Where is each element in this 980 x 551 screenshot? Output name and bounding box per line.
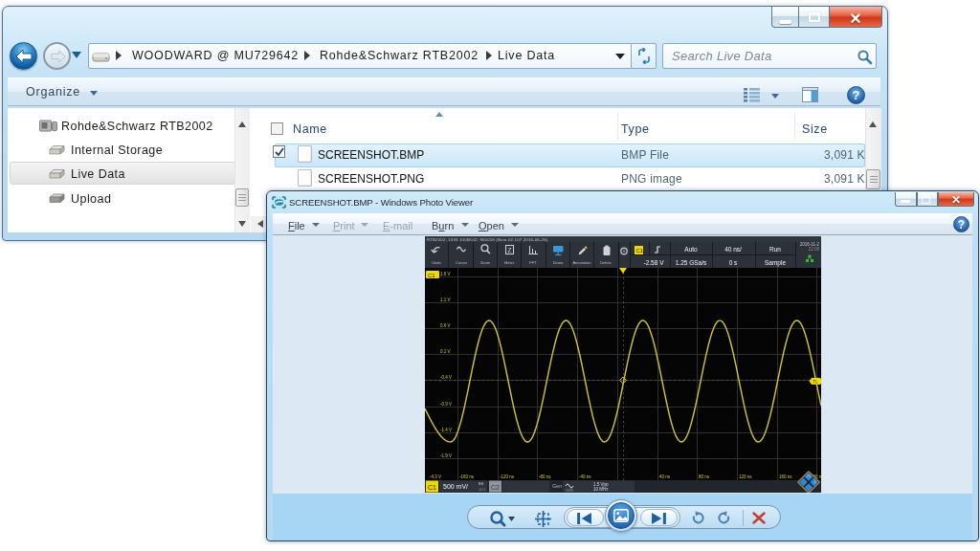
svg-text:0 s: 0 s (729, 259, 738, 266)
svg-text:SND: SND (566, 488, 574, 493)
svg-text:Auto: Auto (684, 246, 698, 253)
svg-text:160 ns: 160 ns (779, 474, 792, 479)
svg-text:Undo: Undo (432, 260, 441, 265)
svg-text:Sample: Sample (765, 259, 786, 267)
svg-text:-4.3 V: -4.3 V (430, 474, 441, 479)
svg-text:BK: BK (479, 481, 484, 486)
svg-text:Z: Z (507, 247, 512, 253)
svg-text:Demo: Demo (553, 260, 564, 265)
svg-text:C2: C2 (491, 484, 500, 491)
svg-text:80 ns: 80 ns (699, 474, 710, 479)
svg-text:-1.9 V: -1.9 V (440, 453, 452, 458)
svg-text:TL: TL (813, 379, 818, 385)
svg-text:Gen: Gen (552, 483, 562, 489)
svg-text:-0.4 V: -0.4 V (440, 375, 452, 380)
svg-text:0.6 V: 0.6 V (440, 323, 451, 328)
svg-text:Run: Run (769, 246, 781, 253)
svg-text:1.6 V: 1.6 V (440, 272, 451, 276)
svg-text:Zoom: Zoom (480, 260, 491, 265)
svg-text:C1: C1 (428, 273, 435, 278)
svg-text:C1: C1 (636, 248, 644, 253)
svg-text:120 ns: 120 ns (739, 474, 752, 479)
svg-text:Delete: Delete (600, 260, 612, 265)
svg-text:10:1: 10:1 (479, 487, 487, 492)
svg-text:40 ns: 40 ns (659, 474, 671, 479)
svg-text:-80 ns: -80 ns (539, 474, 551, 479)
svg-text:Annotation: Annotation (572, 260, 590, 265)
svg-text:RTB2002; 1333 1006K02; 900018: RTB2002; 1333 1006K02; 900018 (Beta 02.1… (427, 237, 548, 242)
svg-text:-1.4 V: -1.4 V (440, 428, 452, 432)
svg-text:-0.9 V: -0.9 V (440, 402, 452, 407)
svg-text:-120 ns: -120 ns (500, 474, 515, 479)
svg-text:-40 ns: -40 ns (579, 474, 591, 479)
svg-text:1.5 Vpp: 1.5 Vpp (593, 482, 609, 487)
svg-text:1.25 GSa/s: 1.25 GSa/s (676, 259, 707, 266)
svg-text:Meter: Meter (504, 260, 515, 265)
svg-text:10 MHz: 10 MHz (593, 487, 609, 492)
svg-text:22:08: 22:08 (809, 247, 820, 252)
svg-text:C1: C1 (428, 484, 436, 491)
svg-text:40 ns/: 40 ns/ (724, 246, 742, 253)
svg-text:-160 ns: -160 ns (459, 474, 475, 479)
svg-text:1.1 V: 1.1 V (440, 298, 451, 302)
svg-text:0.1 V: 0.1 V (440, 349, 451, 354)
svg-text:-2.58 V: -2.58 V (644, 259, 665, 266)
svg-text:Cursor: Cursor (456, 260, 468, 265)
svg-text:500 mV/: 500 mV/ (443, 483, 468, 490)
svg-text:FFT: FFT (529, 260, 537, 265)
